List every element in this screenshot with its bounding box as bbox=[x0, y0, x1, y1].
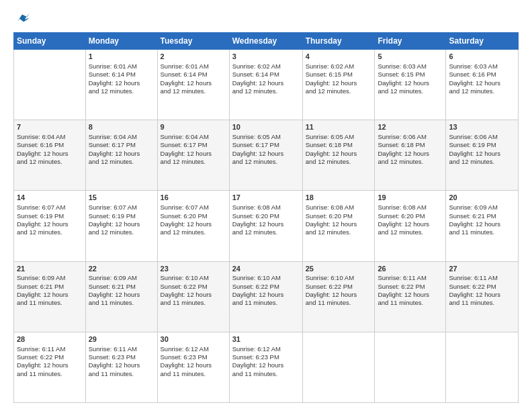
day-number: 9 bbox=[161, 122, 226, 132]
day-info: Sunrise: 6:07 AM Sunset: 6:19 PM Dayligh… bbox=[89, 203, 154, 236]
day-info: Sunrise: 6:08 AM Sunset: 6:20 PM Dayligh… bbox=[378, 203, 443, 236]
table-row bbox=[446, 332, 519, 402]
table-row: 29Sunrise: 6:11 AM Sunset: 6:23 PM Dayli… bbox=[85, 332, 157, 402]
day-info: Sunrise: 6:04 AM Sunset: 6:16 PM Dayligh… bbox=[17, 133, 83, 166]
day-number: 19 bbox=[378, 193, 443, 203]
calendar-header: Sunday Monday Tuesday Wednesday Thursday… bbox=[14, 33, 519, 50]
day-info: Sunrise: 6:09 AM Sunset: 6:21 PM Dayligh… bbox=[449, 203, 515, 236]
day-info: Sunrise: 6:07 AM Sunset: 6:19 PM Dayligh… bbox=[17, 203, 83, 236]
day-info: Sunrise: 6:05 AM Sunset: 6:17 PM Dayligh… bbox=[232, 133, 300, 166]
day-info: Sunrise: 6:04 AM Sunset: 6:17 PM Dayligh… bbox=[161, 133, 226, 166]
day-info: Sunrise: 6:09 AM Sunset: 6:21 PM Dayligh… bbox=[17, 274, 83, 307]
table-row: 10Sunrise: 6:05 AM Sunset: 6:17 PM Dayli… bbox=[229, 120, 302, 191]
day-info: Sunrise: 6:11 AM Sunset: 6:23 PM Dayligh… bbox=[89, 345, 154, 378]
table-row: 1Sunrise: 6:01 AM Sunset: 6:14 PM Daylig… bbox=[85, 50, 157, 120]
day-number: 31 bbox=[232, 334, 300, 345]
table-row: 4Sunrise: 6:02 AM Sunset: 6:15 PM Daylig… bbox=[302, 50, 375, 120]
table-row: 31Sunrise: 6:12 AM Sunset: 6:23 PM Dayli… bbox=[229, 332, 302, 402]
day-number: 20 bbox=[449, 193, 515, 203]
day-number: 12 bbox=[378, 122, 443, 132]
table-row: 5Sunrise: 6:03 AM Sunset: 6:15 PM Daylig… bbox=[375, 50, 446, 120]
logo-bird-icon bbox=[15, 11, 30, 26]
col-wednesday: Wednesday bbox=[229, 33, 302, 50]
day-info: Sunrise: 6:11 AM Sunset: 6:22 PM Dayligh… bbox=[449, 274, 515, 307]
calendar-week-1: 1Sunrise: 6:01 AM Sunset: 6:14 PM Daylig… bbox=[14, 50, 519, 120]
table-row: 3Sunrise: 6:02 AM Sunset: 6:14 PM Daylig… bbox=[229, 50, 302, 120]
day-number: 22 bbox=[89, 264, 154, 274]
day-number: 15 bbox=[89, 193, 154, 203]
day-number: 8 bbox=[89, 122, 154, 132]
day-number: 25 bbox=[306, 264, 372, 274]
col-tuesday: Tuesday bbox=[157, 33, 229, 50]
table-row: 2Sunrise: 6:01 AM Sunset: 6:14 PM Daylig… bbox=[157, 50, 229, 120]
day-info: Sunrise: 6:10 AM Sunset: 6:22 PM Dayligh… bbox=[161, 274, 226, 307]
day-info: Sunrise: 6:05 AM Sunset: 6:18 PM Dayligh… bbox=[306, 133, 372, 166]
table-row: 13Sunrise: 6:06 AM Sunset: 6:19 PM Dayli… bbox=[446, 120, 519, 191]
day-info: Sunrise: 6:08 AM Sunset: 6:20 PM Dayligh… bbox=[232, 203, 300, 236]
day-info: Sunrise: 6:12 AM Sunset: 6:23 PM Dayligh… bbox=[161, 345, 226, 378]
table-row: 18Sunrise: 6:08 AM Sunset: 6:20 PM Dayli… bbox=[302, 191, 375, 261]
day-number: 1 bbox=[89, 52, 154, 62]
svg-marker-0 bbox=[17, 13, 30, 21]
day-info: Sunrise: 6:07 AM Sunset: 6:20 PM Dayligh… bbox=[161, 203, 226, 236]
table-row: 12Sunrise: 6:06 AM Sunset: 6:18 PM Dayli… bbox=[375, 120, 446, 191]
day-info: Sunrise: 6:11 AM Sunset: 6:22 PM Dayligh… bbox=[378, 274, 443, 307]
day-info: Sunrise: 6:01 AM Sunset: 6:14 PM Dayligh… bbox=[161, 62, 226, 95]
table-row: 9Sunrise: 6:04 AM Sunset: 6:17 PM Daylig… bbox=[157, 120, 229, 191]
calendar-body: 1Sunrise: 6:01 AM Sunset: 6:14 PM Daylig… bbox=[14, 50, 519, 403]
table-row: 30Sunrise: 6:12 AM Sunset: 6:23 PM Dayli… bbox=[157, 332, 229, 402]
day-info: Sunrise: 6:02 AM Sunset: 6:15 PM Dayligh… bbox=[306, 62, 372, 95]
day-info: Sunrise: 6:11 AM Sunset: 6:22 PM Dayligh… bbox=[17, 345, 83, 378]
day-info: Sunrise: 6:01 AM Sunset: 6:14 PM Dayligh… bbox=[89, 62, 154, 95]
day-info: Sunrise: 6:02 AM Sunset: 6:14 PM Dayligh… bbox=[232, 62, 300, 95]
col-friday: Friday bbox=[375, 33, 446, 50]
table-row bbox=[302, 332, 375, 402]
day-number: 26 bbox=[378, 264, 443, 274]
logo bbox=[13, 11, 30, 26]
table-row: 19Sunrise: 6:08 AM Sunset: 6:20 PM Dayli… bbox=[375, 191, 446, 261]
day-number: 5 bbox=[378, 52, 443, 62]
calendar-week-5: 28Sunrise: 6:11 AM Sunset: 6:22 PM Dayli… bbox=[14, 332, 519, 402]
day-info: Sunrise: 6:03 AM Sunset: 6:15 PM Dayligh… bbox=[378, 62, 443, 95]
calendar-week-4: 21Sunrise: 6:09 AM Sunset: 6:21 PM Dayli… bbox=[14, 261, 519, 332]
table-row: 17Sunrise: 6:08 AM Sunset: 6:20 PM Dayli… bbox=[229, 191, 302, 261]
day-number: 18 bbox=[306, 193, 372, 203]
day-number: 28 bbox=[17, 334, 83, 345]
day-number: 11 bbox=[306, 122, 372, 132]
day-number: 16 bbox=[161, 193, 226, 203]
table-row: 8Sunrise: 6:04 AM Sunset: 6:17 PM Daylig… bbox=[85, 120, 157, 191]
table-row: 28Sunrise: 6:11 AM Sunset: 6:22 PM Dayli… bbox=[14, 332, 86, 402]
table-row bbox=[14, 50, 86, 120]
day-info: Sunrise: 6:10 AM Sunset: 6:22 PM Dayligh… bbox=[306, 274, 372, 307]
table-row: 23Sunrise: 6:10 AM Sunset: 6:22 PM Dayli… bbox=[157, 261, 229, 332]
table-row: 16Sunrise: 6:07 AM Sunset: 6:20 PM Dayli… bbox=[157, 191, 229, 261]
day-info: Sunrise: 6:09 AM Sunset: 6:21 PM Dayligh… bbox=[89, 274, 154, 307]
table-row: 11Sunrise: 6:05 AM Sunset: 6:18 PM Dayli… bbox=[302, 120, 375, 191]
table-row: 7Sunrise: 6:04 AM Sunset: 6:16 PM Daylig… bbox=[14, 120, 86, 191]
day-number: 10 bbox=[232, 122, 300, 132]
table-row: 24Sunrise: 6:10 AM Sunset: 6:22 PM Dayli… bbox=[229, 261, 302, 332]
table-row: 25Sunrise: 6:10 AM Sunset: 6:22 PM Dayli… bbox=[302, 261, 375, 332]
day-number: 27 bbox=[449, 264, 515, 274]
day-number: 2 bbox=[161, 52, 226, 62]
day-info: Sunrise: 6:06 AM Sunset: 6:18 PM Dayligh… bbox=[378, 133, 443, 166]
table-row: 14Sunrise: 6:07 AM Sunset: 6:19 PM Dayli… bbox=[14, 191, 86, 261]
table-row: 26Sunrise: 6:11 AM Sunset: 6:22 PM Dayli… bbox=[375, 261, 446, 332]
day-info: Sunrise: 6:12 AM Sunset: 6:23 PM Dayligh… bbox=[232, 345, 300, 378]
page: Sunday Monday Tuesday Wednesday Thursday… bbox=[0, 0, 532, 411]
day-number: 29 bbox=[89, 334, 154, 345]
day-info: Sunrise: 6:10 AM Sunset: 6:22 PM Dayligh… bbox=[232, 274, 300, 307]
col-sunday: Sunday bbox=[14, 33, 86, 50]
day-number: 4 bbox=[306, 52, 372, 62]
table-row: 15Sunrise: 6:07 AM Sunset: 6:19 PM Dayli… bbox=[85, 191, 157, 261]
calendar-table: Sunday Monday Tuesday Wednesday Thursday… bbox=[13, 32, 519, 403]
day-number: 21 bbox=[17, 264, 83, 274]
day-number: 30 bbox=[161, 334, 226, 345]
table-row: 6Sunrise: 6:03 AM Sunset: 6:16 PM Daylig… bbox=[446, 50, 519, 120]
day-info: Sunrise: 6:08 AM Sunset: 6:20 PM Dayligh… bbox=[306, 203, 372, 236]
day-number: 14 bbox=[17, 193, 83, 203]
col-saturday: Saturday bbox=[446, 33, 519, 50]
day-number: 24 bbox=[232, 264, 300, 274]
table-row bbox=[375, 332, 446, 402]
day-number: 7 bbox=[17, 122, 83, 132]
